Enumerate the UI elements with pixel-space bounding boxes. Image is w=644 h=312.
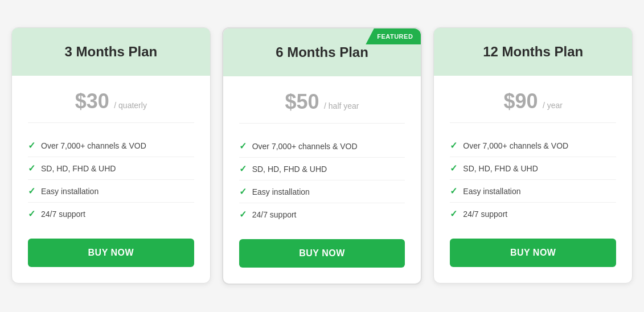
features-list-plan-6months: ✓ Over 7,000+ channels & VOD ✓ SD, HD, F…: [239, 135, 405, 225]
plan-price-plan-3months: $30 / quaterly: [28, 89, 194, 123]
feature-item-1-2: ✓ Easy installation: [239, 180, 405, 203]
buy-button-plan-6months[interactable]: BUY NOW: [239, 239, 405, 268]
feature-item-2-2: ✓ Easy installation: [450, 180, 616, 203]
plan-header-plan-12months: 12 Months Plan: [434, 28, 632, 76]
feature-item-1-1: ✓ SD, HD, FHD & UHD: [239, 158, 405, 180]
check-icon-2-3: ✓: [450, 208, 457, 219]
buy-button-plan-3months[interactable]: BUY NOW: [28, 239, 194, 267]
featured-badge: FEATURED: [366, 28, 421, 44]
pricing-container: 3 Months Plan $30 / quaterly ✓ Over 7,00…: [11, 27, 633, 285]
plan-price-plan-6months: $50 / half year: [239, 90, 405, 124]
feature-text-2-2: Easy installation: [463, 187, 520, 196]
plan-price-plan-12months: $90 / year: [450, 89, 616, 123]
feature-item-0-1: ✓ SD, HD, FHD & UHD: [28, 157, 194, 180]
buy-button-plan-12months[interactable]: BUY NOW: [450, 239, 616, 267]
featured-badge-wrap: FEATURED: [366, 28, 421, 44]
feature-item-0-3: ✓ 24/7 support: [28, 203, 194, 225]
feature-item-0-2: ✓ Easy installation: [28, 180, 194, 203]
feature-item-2-3: ✓ 24/7 support: [450, 203, 616, 225]
plan-header-plan-3months: 3 Months Plan: [12, 28, 210, 76]
feature-text-1-0: Over 7,000+ channels & VOD: [252, 142, 358, 151]
check-icon-1-0: ✓: [239, 141, 247, 151]
check-icon-0-3: ✓: [28, 208, 35, 219]
price-period-plan-3months: / quaterly: [114, 101, 147, 110]
price-amount-plan-12months: $90: [503, 89, 538, 113]
check-icon-2-1: ✓: [450, 163, 457, 174]
plan-title-plan-6months: 6 Months Plan: [235, 44, 410, 60]
check-icon-1-2: ✓: [239, 186, 247, 197]
check-icon-0-0: ✓: [28, 140, 35, 151]
plan-title-plan-12months: 12 Months Plan: [445, 44, 621, 60]
feature-text-1-2: Easy installation: [252, 187, 310, 196]
features-list-plan-3months: ✓ Over 7,000+ channels & VOD ✓ SD, HD, F…: [28, 134, 194, 225]
feature-text-2-3: 24/7 support: [463, 210, 507, 219]
plan-title-plan-3months: 3 Months Plan: [23, 44, 199, 60]
plan-card-plan-6months: FEATURED 6 Months Plan $50 / half year ✓…: [222, 27, 423, 285]
plan-body-plan-12months: $90 / year ✓ Over 7,000+ channels & VOD …: [434, 76, 632, 283]
check-icon-2-2: ✓: [450, 186, 457, 196]
price-period-plan-12months: / year: [543, 101, 563, 110]
feature-item-1-0: ✓ Over 7,000+ channels & VOD: [239, 135, 405, 158]
feature-item-2-0: ✓ Over 7,000+ channels & VOD: [450, 134, 616, 157]
feature-item-1-3: ✓ 24/7 support: [239, 203, 405, 225]
features-list-plan-12months: ✓ Over 7,000+ channels & VOD ✓ SD, HD, F…: [450, 134, 616, 225]
price-amount-plan-3months: $30: [75, 89, 109, 113]
plan-body-plan-6months: $50 / half year ✓ Over 7,000+ channels &…: [223, 76, 421, 284]
check-icon-0-1: ✓: [28, 163, 35, 174]
feature-text-0-2: Easy installation: [41, 187, 99, 196]
feature-item-2-1: ✓ SD, HD, FHD & UHD: [450, 157, 616, 180]
feature-item-0-0: ✓ Over 7,000+ channels & VOD: [28, 134, 194, 157]
feature-text-0-0: Over 7,000+ channels & VOD: [41, 141, 146, 150]
check-icon-0-2: ✓: [28, 186, 35, 196]
plan-card-plan-12months: 12 Months Plan $90 / year ✓ Over 7,000+ …: [433, 27, 633, 284]
check-icon-2-0: ✓: [450, 140, 457, 151]
price-period-plan-6months: / half year: [324, 101, 359, 110]
check-icon-1-3: ✓: [239, 209, 247, 220]
feature-text-1-3: 24/7 support: [252, 210, 297, 219]
feature-text-2-1: SD, HD, FHD & UHD: [463, 164, 538, 173]
feature-text-0-3: 24/7 support: [41, 210, 85, 219]
feature-text-1-1: SD, HD, FHD & UHD: [252, 165, 327, 174]
check-icon-1-1: ✓: [239, 163, 247, 174]
plan-body-plan-3months: $30 / quaterly ✓ Over 7,000+ channels & …: [12, 76, 210, 283]
price-amount-plan-6months: $50: [285, 90, 319, 113]
feature-text-2-0: Over 7,000+ channels & VOD: [463, 141, 568, 150]
plan-card-plan-3months: 3 Months Plan $30 / quaterly ✓ Over 7,00…: [11, 27, 211, 284]
feature-text-0-1: SD, HD, FHD & UHD: [41, 164, 116, 173]
